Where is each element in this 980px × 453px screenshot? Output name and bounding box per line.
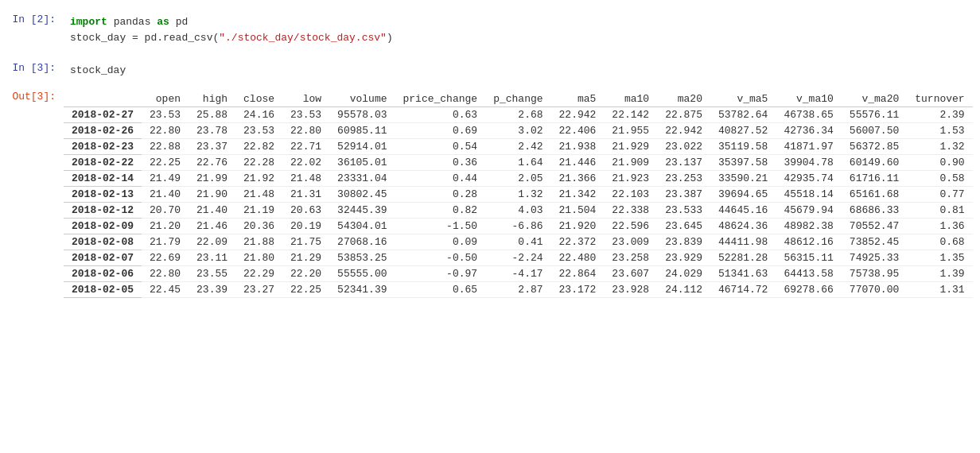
cell-high: 25.88 xyxy=(189,106,235,122)
cell-close: 22.82 xyxy=(235,138,282,154)
col-header-p-change: p_change xyxy=(485,91,550,107)
cell-output-content-3: open high close low volume price_change … xyxy=(64,88,980,301)
cell-price_change: 0.54 xyxy=(395,138,486,154)
cell-turnover: 1.39 xyxy=(907,265,972,281)
keyword-as: as xyxy=(157,16,169,28)
cell-ma5: 21.920 xyxy=(551,218,605,234)
cell-ma10: 21.923 xyxy=(604,170,657,186)
cell-ma5: 21.342 xyxy=(551,186,605,202)
cell-v_ma5: 40827.52 xyxy=(710,122,776,138)
cell-v_ma5: 33590.21 xyxy=(710,170,776,186)
dataframe-wrapper: open high close low volume price_change … xyxy=(64,88,980,301)
cell-ma10: 23.009 xyxy=(604,234,657,250)
cell-open: 21.79 xyxy=(142,234,189,250)
cell-v_ma5: 35397.58 xyxy=(710,154,776,170)
col-header-ma5: ma5 xyxy=(551,91,605,107)
cell-ma5: 21.938 xyxy=(551,138,605,154)
cell-open: 22.45 xyxy=(142,281,189,297)
cell-turnover: 1.35 xyxy=(907,250,972,265)
cell-p_change: 2.42 xyxy=(485,138,550,154)
cell-index: 2018-02-09 xyxy=(64,218,142,234)
cell-v_ma20: 68686.33 xyxy=(842,202,907,218)
cell-index: 2018-02-12 xyxy=(64,202,142,218)
cell-ma5: 22.942 xyxy=(551,106,605,122)
cell-turnover: 0.77 xyxy=(907,186,972,202)
cell-code-2[interactable]: import pandas as pd stock_day = pd.read_… xyxy=(64,11,980,48)
cell-high: 22.09 xyxy=(189,234,235,250)
table-row: 2018-02-0921.2021.4620.3620.1954304.01-1… xyxy=(64,218,973,234)
cell-ma10: 22.338 xyxy=(604,202,657,218)
cell-high: 23.37 xyxy=(189,138,235,154)
cell-volume: 55555.00 xyxy=(329,265,395,281)
cell-ma10: 21.955 xyxy=(604,122,657,138)
cell-v_ma20: 55576.11 xyxy=(842,106,907,122)
notebook: In [2]: import pandas as pd stock_day = … xyxy=(0,0,980,312)
cell-ma5: 22.864 xyxy=(551,265,605,281)
cell-volume: 23331.04 xyxy=(329,170,395,186)
cell-p_change: 1.64 xyxy=(485,154,550,170)
cell-high: 23.78 xyxy=(189,122,235,138)
cell-index: 2018-02-06 xyxy=(64,265,142,281)
cell-open: 22.80 xyxy=(142,122,189,138)
cell-open: 20.70 xyxy=(142,202,189,218)
code-line-stock-day: stock_day xyxy=(70,63,974,79)
cell-open: 22.88 xyxy=(142,138,189,154)
cell-ma5: 22.480 xyxy=(551,250,605,265)
cell-index: 2018-02-14 xyxy=(64,170,142,186)
cell-low: 20.19 xyxy=(282,218,329,234)
cell-open: 21.40 xyxy=(142,186,189,202)
cell-ma10: 23.607 xyxy=(604,265,657,281)
cell-close: 22.28 xyxy=(235,154,282,170)
cell-price_change: 0.63 xyxy=(395,106,486,122)
cell-high: 21.46 xyxy=(189,218,235,234)
cell-open: 22.69 xyxy=(142,250,189,265)
cell-turnover: 0.90 xyxy=(907,154,972,170)
col-header-open: open xyxy=(142,91,189,107)
keyword-import: import xyxy=(70,16,107,28)
cell-turnover: 2.39 xyxy=(907,106,972,122)
cell-v_ma20: 60149.60 xyxy=(842,154,907,170)
cell-ma10: 22.103 xyxy=(604,186,657,202)
cell-low: 22.02 xyxy=(282,154,329,170)
col-header-v-ma5: v_ma5 xyxy=(710,91,776,107)
cell-ma10: 22.596 xyxy=(604,218,657,234)
cell-code-3[interactable]: stock_day xyxy=(64,60,980,82)
cell-price_change: 0.82 xyxy=(395,202,486,218)
cell-p_change: 0.41 xyxy=(485,234,550,250)
cell-volume: 52341.39 xyxy=(329,281,395,297)
cell-turnover: 1.31 xyxy=(907,281,972,297)
table-row: 2018-02-2222.2522.7622.2822.0236105.010.… xyxy=(64,154,973,170)
cell-volume: 36105.01 xyxy=(329,154,395,170)
cell-turnover: 0.58 xyxy=(907,170,972,186)
cell-close: 21.92 xyxy=(235,170,282,186)
table-row: 2018-02-0821.7922.0921.8821.7527068.160.… xyxy=(64,234,973,250)
table-row: 2018-02-2622.8023.7823.5322.8060985.110.… xyxy=(64,122,973,138)
cell-v_ma20: 61716.11 xyxy=(842,170,907,186)
cell-input-3: In [3]: stock_day xyxy=(0,56,980,85)
code-line-1: import pandas as pd xyxy=(70,14,974,30)
cell-v_ma5: 51341.63 xyxy=(710,265,776,281)
cell-v_ma10: 41871.97 xyxy=(776,138,841,154)
cell-ma5: 21.446 xyxy=(551,154,605,170)
cell-ma20: 23.137 xyxy=(657,154,710,170)
cell-index: 2018-02-23 xyxy=(64,138,142,154)
table-row: 2018-02-0722.6923.1121.8021.2953853.25-0… xyxy=(64,250,973,265)
cell-v_ma20: 56007.50 xyxy=(842,122,907,138)
cell-price_change: 0.44 xyxy=(395,170,486,186)
cell-volume: 95578.03 xyxy=(329,106,395,122)
cell-v_ma10: 45518.14 xyxy=(776,186,841,202)
table-row: 2018-02-1421.4921.9921.9221.4823331.040.… xyxy=(64,170,973,186)
cell-volume: 60985.11 xyxy=(329,122,395,138)
cell-volume: 32445.39 xyxy=(329,202,395,218)
cell-ma5: 23.172 xyxy=(551,281,605,297)
cell-ma20: 23.253 xyxy=(657,170,710,186)
cell-price_change: 0.09 xyxy=(395,234,486,250)
cell-index: 2018-02-26 xyxy=(64,122,142,138)
cell-close: 20.36 xyxy=(235,218,282,234)
cell-p_change: -2.24 xyxy=(485,250,550,265)
cell-index: 2018-02-22 xyxy=(64,154,142,170)
cell-ma20: 23.929 xyxy=(657,250,710,265)
cell-open: 22.80 xyxy=(142,265,189,281)
cell-ma20: 23.022 xyxy=(657,138,710,154)
cell-low: 21.31 xyxy=(282,186,329,202)
